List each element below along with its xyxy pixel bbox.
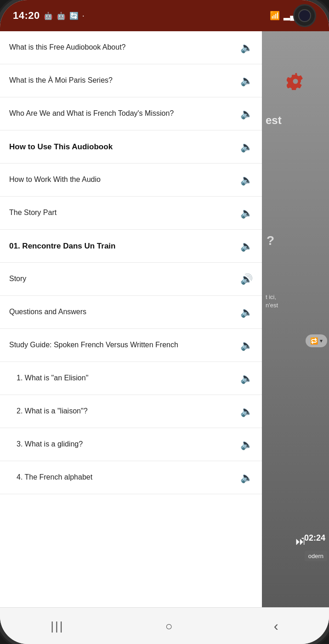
right-panel-text-2: t ici, n'est bbox=[266, 293, 278, 310]
speaker-icon[interactable]: 🔈 bbox=[240, 306, 253, 318]
section-header-2: 01. Rencontre Dans Un Train 🔈 bbox=[0, 230, 262, 263]
list-item[interactable]: Study Guide: Spoken French Versus Writte… bbox=[0, 329, 262, 362]
repeat-button[interactable]: 🔁 ▾ bbox=[306, 334, 327, 347]
chevron-down-icon: ▾ bbox=[320, 338, 323, 344]
question-mark: ? bbox=[267, 233, 274, 248]
list-item[interactable]: 3. What is a gliding? 🔈 bbox=[0, 428, 262, 461]
section-title: How to Use This Audiobook bbox=[9, 141, 240, 153]
right-panel-text2-line1: t ici, bbox=[266, 294, 276, 300]
next-track-button[interactable]: ⏭ bbox=[295, 536, 327, 548]
settings-icon[interactable] bbox=[287, 73, 304, 94]
speaker-icon[interactable]: 🔈 bbox=[240, 75, 253, 87]
speaker-icon[interactable]: 🔈 bbox=[240, 108, 253, 120]
phone-device: 14:20 🤖 🤖 🔄 · 📶 ▂▄▆ 🔋 What i bbox=[0, 0, 329, 644]
list-item[interactable]: 4. The French alphabet 🔈 bbox=[0, 461, 262, 494]
list-item[interactable]: 2. What is a "liaison"? 🔈 bbox=[0, 395, 262, 428]
camera bbox=[293, 4, 316, 27]
track-title: 4. The French alphabet bbox=[17, 472, 240, 482]
speaker-icon[interactable]: 🔈 bbox=[240, 141, 253, 153]
speaker-icon[interactable]: 🔈 bbox=[240, 42, 253, 54]
home-icon: ○ bbox=[165, 619, 173, 633]
phone-screen: 14:20 🤖 🤖 🔄 · 📶 ▂▄▆ 🔋 What i bbox=[0, 0, 329, 644]
track-title: Who Are We and What is French Today's Mi… bbox=[9, 108, 240, 119]
track-title: Study Guide: Spoken French Versus Writte… bbox=[9, 340, 240, 350]
status-bar-left: 14:20 🤖 🤖 🔄 · bbox=[13, 10, 85, 22]
menu-nav-button[interactable]: ||| bbox=[37, 614, 78, 638]
right-panel-text-1: est bbox=[266, 114, 282, 127]
track-title: How to Work With the Audio bbox=[9, 175, 240, 185]
speaker-icon[interactable]: 🔈 bbox=[240, 406, 253, 418]
speaker-icon[interactable]: 🔈 bbox=[240, 207, 253, 219]
track-title: What is the À Moi Paris Series? bbox=[9, 75, 240, 85]
track-title: What is this Free Audiobook About? bbox=[9, 42, 240, 52]
list-item[interactable]: 1. What is "an Elision" 🔈 bbox=[0, 362, 262, 395]
track-title: The Story Part bbox=[9, 208, 240, 218]
status-dot: · bbox=[82, 11, 85, 21]
section-header: How to Use This Audiobook 🔈 bbox=[0, 130, 262, 164]
track-title: Questions and Answers bbox=[9, 307, 240, 317]
track-list-panel: What is this Free Audiobook About? 🔈 Wha… bbox=[0, 31, 262, 607]
track-title: 2. What is a "liaison"? bbox=[17, 406, 240, 416]
speaker-icon[interactable]: 🔈 bbox=[240, 472, 253, 484]
section-title-2: 01. Rencontre Dans Un Train bbox=[9, 241, 240, 252]
bottom-nav: ||| ○ ‹ bbox=[0, 607, 329, 644]
list-item[interactable]: How to Work With the Audio 🔈 bbox=[0, 164, 262, 197]
android-icon: 🤖 bbox=[44, 11, 53, 20]
list-item[interactable]: The Story Part 🔈 bbox=[0, 197, 262, 230]
content-area: What is this Free Audiobook About? 🔈 Wha… bbox=[0, 31, 329, 607]
speaker-active-icon[interactable]: 🔊 bbox=[240, 273, 253, 285]
skip-next-icon: ⏭ bbox=[295, 536, 306, 547]
speaker-icon[interactable]: 🔈 bbox=[240, 373, 253, 384]
status-time: 14:20 bbox=[13, 10, 40, 22]
list-item[interactable]: What is the À Moi Paris Series? 🔈 bbox=[0, 64, 262, 97]
menu-icon: ||| bbox=[51, 619, 64, 633]
list-item[interactable]: Questions and Answers 🔈 bbox=[0, 296, 262, 329]
speaker-icon[interactable]: 🔈 bbox=[240, 174, 253, 186]
speaker-icon[interactable]: 🔈 bbox=[240, 240, 253, 252]
list-item-active[interactable]: Story 🔊 bbox=[0, 263, 262, 296]
wifi-icon: 📶 bbox=[270, 11, 280, 21]
back-icon: ‹ bbox=[274, 618, 278, 633]
back-nav-button[interactable]: ‹ bbox=[260, 614, 292, 638]
list-item[interactable]: Who Are We and What is French Today's Mi… bbox=[0, 97, 262, 130]
right-panel-tag: odern bbox=[305, 551, 327, 561]
right-panel: est t ici, n'est 🔁 ▾ -02:24 odern ⏭ ? bbox=[262, 31, 329, 607]
track-title: Story bbox=[9, 274, 240, 284]
right-panel-text2-line2: n'est bbox=[266, 302, 278, 309]
track-title: 3. What is a gliding? bbox=[17, 439, 240, 449]
home-nav-button[interactable]: ○ bbox=[152, 614, 187, 638]
track-title: 1. What is "an Elision" bbox=[17, 373, 240, 383]
camera-lens bbox=[298, 9, 311, 22]
list-item[interactable]: What is this Free Audiobook About? 🔈 bbox=[0, 31, 262, 64]
android-icon-2: 🤖 bbox=[57, 11, 66, 20]
speaker-icon[interactable]: 🔈 bbox=[240, 339, 253, 351]
status-bar: 14:20 🤖 🤖 🔄 · 📶 ▂▄▆ 🔋 bbox=[0, 0, 329, 31]
repeat-icon: 🔁 bbox=[310, 337, 318, 345]
speaker-icon[interactable]: 🔈 bbox=[240, 439, 253, 451]
sync-icon: 🔄 bbox=[69, 11, 79, 20]
